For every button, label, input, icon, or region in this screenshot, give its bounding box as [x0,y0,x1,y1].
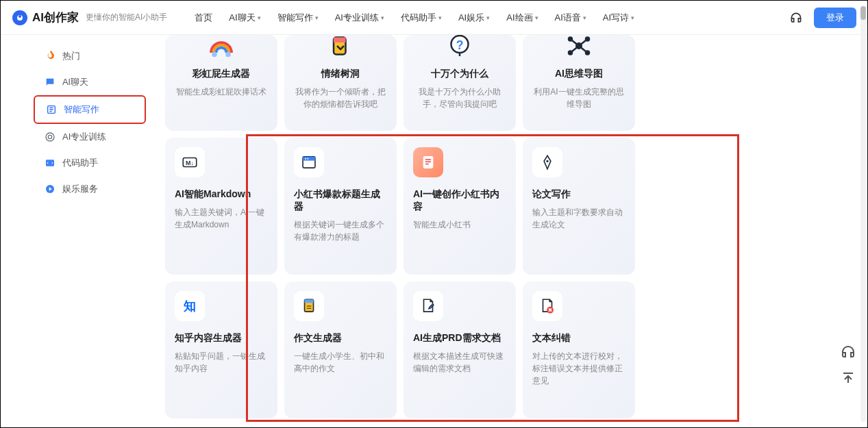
card-desc: 输入主题和字数要求自动生成论文 [532,206,625,231]
nav-ai-drawing[interactable]: AI绘画▾ [506,12,538,24]
card-title: 文本纠错 [532,332,625,344]
sidebar-item-label: 热门 [62,50,80,62]
nav-ai-voice[interactable]: AI语音▾ [555,12,586,24]
svg-rect-28 [305,299,314,303]
card-prd-document[interactable]: AI生成PRD需求文档 根据文本描述生成可快速编辑的需求文档 [404,281,516,418]
sidebar: 热门 Al聊天 智能写作 AI专业训练 代码助手 娱乐服务 [28,35,151,427]
svg-point-1 [18,15,21,18]
markdown-icon: M↓ [175,147,205,177]
fire-icon [45,51,55,62]
sidebar-item-hot[interactable]: 热门 [34,43,146,69]
chevron-down-icon: ▾ [381,14,384,21]
svg-point-4 [48,135,51,138]
chevron-down-icon: ▾ [315,14,319,21]
chevron-down-icon: ▾ [258,14,261,21]
card-desc: 一键生成小学生、初中和高中的作文 [294,350,387,375]
svg-point-25 [546,160,548,162]
sidebar-item-entertainment[interactable]: 娱乐服务 [34,176,146,202]
chevron-down-icon: ▾ [583,14,586,21]
chevron-down-icon: ▾ [631,14,634,21]
card-desc: 根据文本描述生成可快速编辑的需求文档 [413,350,506,375]
card-thesis-writing[interactable]: 论文写作 输入主题和字数要求自动生成论文 [523,138,635,275]
edit-document-icon [413,291,443,321]
card-hundred-thousand-whys[interactable]: ? 十万个为什么 我是十万个为什么小助手，尽管向我提问吧 [404,35,516,131]
sidebar-item-label: Al聊天 [62,76,88,88]
sidebar-item-label: 代码助手 [62,157,98,169]
top-nav: 首页 AI聊天▾ 智能写作▾ AI专业训练▾ 代码助手▾ AI娱乐▾ AI绘画▾… [195,12,634,24]
entertainment-icon [45,184,55,194]
rainbow-icon [205,35,238,62]
svg-point-3 [46,133,54,141]
sidebar-item-code-helper[interactable]: 代码助手 [34,150,146,176]
card-desc: 输入主题关键词，AI一键生成Markdown [175,206,268,231]
writing-icon [46,104,57,115]
sidebar-item-ai-chat[interactable]: Al聊天 [34,69,146,95]
nav-ai-training[interactable]: AI专业训练▾ [335,12,384,24]
card-title: AI思维导图 [532,68,625,80]
card-title: 情绪树洞 [294,68,387,80]
document-icon [294,291,324,321]
note-icon [413,147,443,177]
support-headset-icon[interactable] [789,11,803,25]
support-headset-icon[interactable] [840,344,856,360]
svg-point-7 [212,52,217,58]
card-desc: 粘贴知乎问题，一键生成知乎内容 [175,350,268,375]
card-title: 作文生成器 [294,332,387,344]
card-rainbow-compliment[interactable]: 彩虹屁生成器 智能生成彩虹屁吹捧话术 [165,35,277,131]
content-area: 彩虹屁生成器 智能生成彩虹屁吹捧话术 情绪树洞 我将作为一个倾听者，把你的烦恼都… [151,35,867,427]
card-markdown[interactable]: M↓ AI智能Markdown 输入主题关键词，AI一键生成Markdown [165,138,277,275]
svg-point-23 [307,158,308,160]
card-title: 彩虹屁生成器 [175,68,268,80]
scroll-to-top-icon[interactable] [840,370,856,386]
card-emotion-tree[interactable]: 情绪树洞 我将作为一个倾听者，把你的烦恼都告诉我吧 [284,35,397,131]
card-desc: 根据关键词一键生成多个有爆款潜力的标题 [294,218,387,243]
svg-point-22 [305,158,306,160]
nav-smart-writing[interactable]: 智能写作▾ [277,12,319,24]
mindmap-icon [562,35,595,62]
pen-icon [532,147,562,177]
card-xiaohongshu-content[interactable]: AI一键创作小红书内容 智能生成小红书 [404,138,516,275]
card-title: 十万个为什么 [413,68,506,80]
card-desc: 对上传的文本进行校对，标注错误文本并提供修正意见 [532,350,625,387]
svg-text:知: 知 [183,299,196,313]
card-text-correction[interactable]: 文本纠错 对上传的文本进行校对，标注错误文本并提供修正意见 [523,281,635,418]
card-mindmap[interactable]: AI思维导图 利用AI一键生成完整的思维导图 [523,35,635,131]
card-title: 小红书爆款标题生成器 [294,188,387,213]
card-desc: 智能生成彩虹屁吹捧话术 [175,86,268,98]
zhihu-icon: 知 [175,291,205,321]
vertical-scrollbar[interactable] [860,6,866,422]
svg-text:?: ? [456,38,464,52]
card-title: AI生成PRD需求文档 [413,332,506,344]
nav-home[interactable]: 首页 [195,12,212,24]
card-title: AI一键创作小红书内容 [413,188,506,213]
code-icon [45,158,55,168]
svg-rect-21 [303,157,315,161]
login-button[interactable]: 登录 [814,8,856,28]
card-desc: 利用AI一键生成完整的思维导图 [532,86,625,110]
error-document-icon [532,291,562,321]
scrollbar-knob[interactable] [860,6,866,20]
card-zhihu-content[interactable]: 知 知乎内容生成器 粘贴知乎问题，一键生成知乎内容 [165,281,277,418]
card-essay-generator[interactable]: 作文生成器 一键生成小学生、初中和高中的作文 [284,281,397,418]
nav-ai-poetry[interactable]: AI写诗▾ [603,12,634,24]
sidebar-item-smart-writing[interactable]: 智能写作 [34,95,146,124]
sidebar-item-label: 娱乐服务 [62,183,98,195]
nav-code-helper[interactable]: 代码助手▾ [401,12,442,24]
card-title: 知乎内容生成器 [175,332,268,344]
card-xiaohongshu-title[interactable]: 小红书爆款标题生成器 根据关键词一键生成多个有爆款潜力的标题 [284,138,397,275]
svg-rect-10 [334,38,346,43]
training-icon [45,131,55,142]
sidebar-item-ai-training[interactable]: AI专业训练 [34,124,146,150]
chevron-down-icon: ▾ [535,14,538,21]
sidebar-item-label: 智能写作 [64,103,99,116]
svg-point-8 [225,52,231,58]
app-logo-icon [12,10,28,26]
nav-ai-chat[interactable]: AI聊天▾ [229,12,260,24]
nav-ai-entertainment[interactable]: AI娱乐▾ [458,12,490,24]
chevron-down-icon: ▾ [438,14,442,21]
question-icon: ? [443,35,476,62]
app-brand: AI创作家 [32,10,79,25]
window-icon [294,147,324,177]
card-desc: 我将作为一个倾听者，把你的烦恼都告诉我吧 [294,86,387,110]
cup-icon [324,35,357,62]
